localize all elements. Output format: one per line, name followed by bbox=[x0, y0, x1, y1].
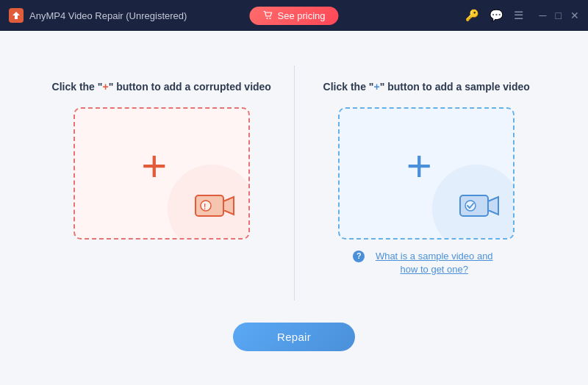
svg-point-6 bbox=[465, 201, 476, 211]
app-icon bbox=[9, 8, 24, 23]
see-pricing-button[interactable]: See pricing bbox=[249, 7, 338, 25]
svg-text:!: ! bbox=[204, 203, 206, 211]
repair-btn-container: Repair bbox=[233, 323, 355, 351]
app-title: AnyMP4 Video Repair (Unregistered) bbox=[29, 10, 187, 21]
minimize-button[interactable]: ─ bbox=[539, 10, 547, 21]
panels-container: Click the "+" button to add a corrupted … bbox=[29, 65, 559, 301]
key-icon[interactable]: 🔑 bbox=[465, 9, 479, 22]
left-plus-highlight: + bbox=[102, 81, 108, 93]
right-panel-label: Click the "+" button to add a sample vid… bbox=[323, 80, 530, 95]
menu-icon[interactable]: ☰ bbox=[514, 9, 523, 22]
sample-video-icon bbox=[459, 190, 500, 225]
main-content: Click the "+" button to add a corrupted … bbox=[0, 31, 588, 385]
left-panel-label: Click the "+" button to add a corrupted … bbox=[52, 80, 271, 95]
title-bar: AnyMP4 Video Repair (Unregistered) See p… bbox=[0, 0, 588, 31]
right-plus-highlight: + bbox=[373, 81, 379, 93]
corrupted-video-icon: ! bbox=[194, 190, 235, 225]
chat-icon[interactable]: 💬 bbox=[490, 9, 503, 22]
right-panel: Click the "+" button to add a sample vid… bbox=[295, 65, 559, 292]
plus-icon-blue: + bbox=[406, 144, 432, 188]
left-panel: Click the "+" button to add a corrupted … bbox=[29, 65, 294, 255]
repair-button[interactable]: Repair bbox=[233, 323, 355, 351]
close-button[interactable]: ✕ bbox=[570, 10, 579, 21]
cart-icon bbox=[262, 10, 273, 21]
maximize-button[interactable]: □ bbox=[556, 10, 562, 21]
title-bar-right: 🔑 💬 ☰ ─ □ ✕ bbox=[465, 9, 579, 22]
sample-video-help-link[interactable]: ? What is a sample video and how to get … bbox=[353, 250, 500, 276]
svg-point-1 bbox=[269, 18, 270, 19]
plus-icon-red: + bbox=[141, 144, 167, 188]
title-bar-center: See pricing bbox=[249, 7, 338, 25]
add-sample-video-button[interactable]: + bbox=[338, 107, 514, 240]
help-icon: ? bbox=[353, 251, 365, 262]
window-controls: ─ □ ✕ bbox=[539, 10, 579, 21]
add-corrupted-video-button[interactable]: + ! bbox=[74, 107, 250, 240]
svg-point-0 bbox=[266, 18, 268, 19]
title-bar-left: AnyMP4 Video Repair (Unregistered) bbox=[9, 8, 465, 23]
